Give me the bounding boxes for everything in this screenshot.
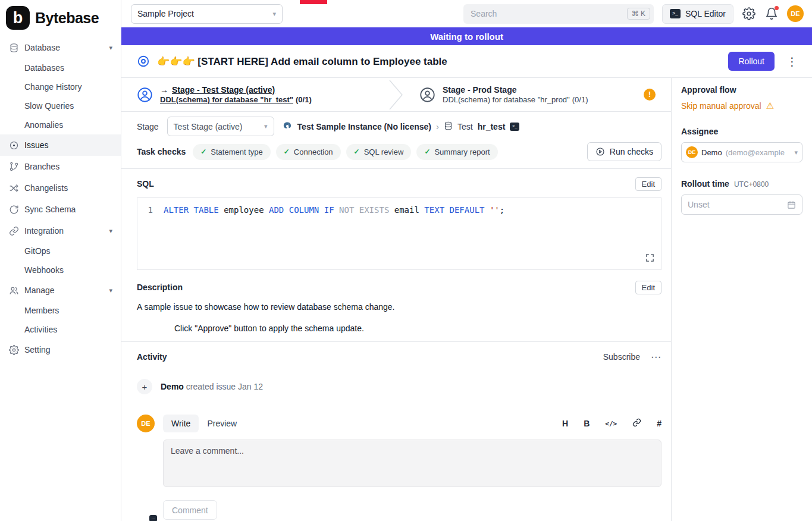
stage-user-icon [419, 87, 435, 103]
search-shortcut: ⌘ K [627, 8, 650, 20]
search-input[interactable] [471, 9, 627, 18]
description-edit-button[interactable]: Edit [635, 281, 661, 294]
sql-editor-button[interactable]: >_ SQL Editor [662, 4, 733, 24]
check-pill-statement-type[interactable]: ✓ Statement type [193, 144, 271, 160]
stage-card-test[interactable]: → Stage - Test Stage (active) DDL(schema… [121, 78, 388, 111]
stage-user-icon [137, 87, 153, 103]
assignee-label: Assignee [681, 127, 802, 136]
assignee-select[interactable]: DE Demo (demo@example ▾ [681, 142, 802, 162]
stage-task: DDL(schema) for database "hr_prod" [443, 95, 570, 104]
sidebar-item-database[interactable]: Database ▾ [0, 37, 121, 58]
kebab-menu-icon[interactable]: ⋮ [782, 55, 802, 68]
check-pill-summary-report[interactable]: ✓ Summary report [416, 144, 497, 160]
tab-preview[interactable]: Preview [199, 415, 245, 432]
comment-input[interactable] [163, 440, 661, 487]
stage-label: Stage [137, 122, 159, 131]
user-avatar[interactable]: DE [787, 5, 804, 22]
composer-tabs: Write Preview H B </> # [163, 415, 661, 432]
sidebar-item-sync-schema[interactable]: Sync Schema [0, 199, 121, 220]
description-paragraph: A sample issue to showcase how to review… [137, 302, 661, 312]
rollout-time-label: Rollout time [681, 179, 729, 189]
stage-select-row: Stage Test Stage (active) ▾ Test Sample … [121, 112, 671, 141]
stage-task-link[interactable]: DDL(schema) for database "hr_test" [160, 95, 293, 104]
heading-format-button[interactable]: H [562, 419, 568, 428]
postgres-icon [283, 121, 293, 133]
bold-format-button[interactable]: B [584, 419, 590, 428]
rollout-button[interactable]: Rollout [728, 52, 775, 71]
sidebar-item-members[interactable]: Members [0, 301, 121, 320]
warning-triangle-icon[interactable]: ⚠ [766, 101, 774, 111]
settings-gear-icon[interactable] [742, 7, 756, 21]
sidebar-item-branches[interactable]: Branches [0, 156, 121, 177]
event-date: Jan 12 [238, 382, 263, 391]
sql-edit-button[interactable]: Edit [635, 177, 661, 191]
sidebar-item-anomalies[interactable]: Anomalies [0, 115, 121, 134]
sidebar-item-databases[interactable]: Databases [0, 58, 121, 77]
run-checks-button[interactable]: Run checks [587, 142, 661, 161]
sidebar-item-label: Branches [24, 162, 59, 171]
event-actor: Demo [161, 382, 184, 391]
check-pill-label: SQL review [364, 147, 404, 156]
activity-section: Activity Subscribe ⋯ + Demo created issu… [121, 342, 671, 520]
sql-code-editor[interactable]: 1ALTER TABLE employee ADD COLUMN IF NOT … [137, 197, 661, 270]
subscribe-button[interactable]: Subscribe [603, 352, 640, 362]
sidebar-item-issues[interactable]: Issues [0, 134, 121, 156]
sidebar-item-integration[interactable]: Integration ▾ [0, 220, 121, 241]
check-icon: ✓ [284, 147, 290, 156]
line-number: 1 [137, 204, 164, 216]
sidebar-item-setting[interactable]: Setting [0, 339, 121, 360]
sidebar-item-webhooks[interactable]: Webhooks [0, 260, 121, 280]
comment-submit-button[interactable]: Comment [163, 500, 217, 520]
issue-content: → Stage - Test Stage (active) DDL(schema… [121, 78, 671, 521]
sidebar-item-gitops[interactable]: GitOps [0, 241, 121, 260]
approval-flow-label: Approval flow [681, 85, 802, 95]
sidebar-item-changelists[interactable]: Changelists [0, 177, 121, 199]
database-link[interactable]: hr_test [478, 122, 506, 131]
link-format-button[interactable] [632, 418, 641, 429]
stage-pipeline: → Stage - Test Stage (active) DDL(schema… [121, 78, 671, 112]
run-checks-label: Run checks [610, 147, 653, 156]
rollout-time-picker[interactable]: Unset [681, 194, 802, 215]
assignee-email: (demo@example [726, 148, 785, 157]
sidebar-item-activities[interactable]: Activities [0, 320, 121, 339]
stage-warning-badge[interactable]: ! [644, 89, 656, 101]
number-format-button[interactable]: # [657, 419, 661, 428]
expand-editor-button[interactable] [645, 253, 655, 265]
chevron-down-icon: ▾ [109, 44, 112, 52]
sql-editor-label: SQL Editor [685, 9, 726, 18]
stage-card-prod[interactable]: Stage - Prod Stage DDL(schema) for datab… [404, 78, 671, 111]
sidebar-item-label: Changelists [24, 183, 68, 193]
sidebar-item-label: Issues [24, 140, 48, 150]
task-checks-label: Task checks [137, 147, 186, 156]
instance-link[interactable]: Test Sample Instance (No license) [297, 122, 431, 131]
tab-write[interactable]: Write [163, 415, 199, 432]
brand-logo[interactable]: b Bytebase [0, 0, 121, 36]
notifications-bell-icon[interactable] [764, 7, 779, 21]
database-breadcrumb: Test Sample Instance (No license) › Test… [283, 121, 520, 133]
brand-name: Bytebase [35, 10, 99, 27]
project-select[interactable]: Sample Project ▾ [131, 4, 283, 24]
database-cylinder-icon [444, 121, 453, 132]
topbar: Sample Project ▾ ⌘ K >_ SQL Editor DE [121, 0, 812, 27]
search-box[interactable]: ⌘ K [463, 4, 654, 24]
chevron-down-icon: ▾ [109, 287, 112, 294]
check-pill-sql-review[interactable]: ✓ SQL review [346, 144, 412, 160]
sidebar-item-label: Activities [24, 325, 57, 334]
stage-select-value: Test Stage (active) [174, 122, 243, 131]
check-icon: ✓ [200, 147, 206, 156]
sidebar-item-slow-queries[interactable]: Slow Queries [0, 96, 121, 115]
breadcrumb-separator-icon: › [436, 121, 439, 131]
sidebar-item-label: Databases [24, 63, 64, 73]
open-in-sql-editor-icon[interactable]: >_ [510, 123, 519, 131]
sidebar-item-change-history[interactable]: Change History [0, 77, 121, 96]
check-pill-connection[interactable]: ✓ Connection [276, 144, 341, 160]
code-format-button[interactable]: </> [605, 420, 617, 428]
calendar-icon [787, 200, 796, 209]
changelists-icon [8, 183, 19, 193]
sidebar-item-manage[interactable]: Manage ▾ [0, 280, 121, 301]
check-pill-label: Summary report [434, 147, 490, 156]
more-options-icon[interactable]: ⋯ [651, 351, 661, 363]
stage-select[interactable]: Test Stage (active) ▾ [167, 117, 274, 136]
event-action: created issue [186, 382, 236, 391]
assignee-name: Demo [701, 148, 722, 157]
